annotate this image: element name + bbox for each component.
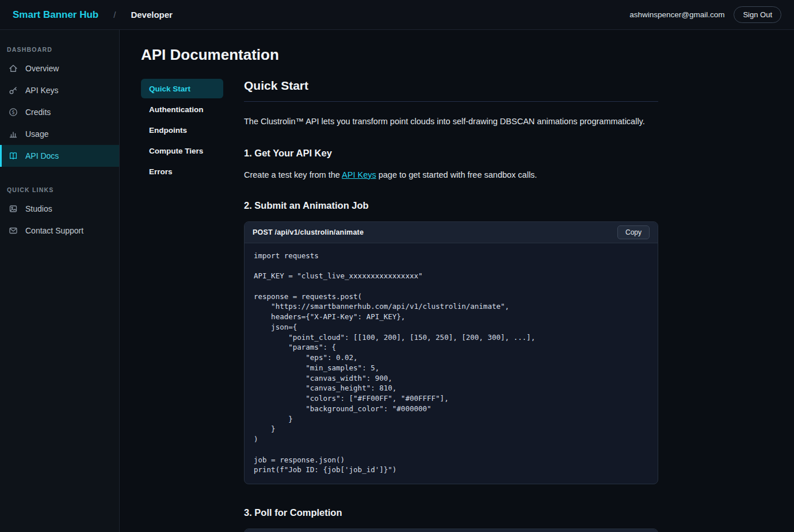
sidebar-item-label: Credits [25, 108, 51, 117]
sidebar-item-studios[interactable]: Studios [0, 198, 119, 220]
sidebar-item-usage[interactable]: Usage [0, 123, 119, 145]
docs-content: Quick Start The Clustrolin™ API lets you… [244, 79, 658, 532]
sidebar-item-contact-support[interactable]: Contact Support [0, 220, 119, 242]
sidebar-item-label: API Docs [25, 151, 59, 160]
user-email: ashwinspencer@gmail.com [629, 10, 724, 19]
dollar-icon: $ [9, 108, 18, 117]
step3-heading: 3. Poll for Completion [244, 507, 658, 518]
copy-button[interactable]: Copy [617, 225, 650, 239]
key-icon [9, 86, 18, 95]
docs-subnav: Quick Start Authentication Endpoints Com… [141, 79, 223, 182]
subnav-item-authentication[interactable]: Authentication [141, 99, 223, 119]
code-endpoint-label: POST /api/v1/clustrolin/animate [253, 228, 364, 236]
step1-paragraph: Create a test key from the API Keys page… [244, 169, 658, 182]
code-snippet: import requests API_KEY = "clust_live_xx… [245, 243, 658, 484]
main-content: API Documentation Quick Start Authentica… [120, 30, 794, 532]
sidebar-section-label-quick-links: QUICK LINKS [0, 181, 119, 198]
subnav-item-compute-tiers[interactable]: Compute Tiers [141, 141, 223, 160]
book-icon [9, 151, 18, 160]
top-header: Smart Banner Hub / Developer ashwinspenc… [0, 0, 794, 30]
header-section-title: Developer [131, 10, 173, 20]
sidebar-item-api-keys[interactable]: API Keys [0, 79, 119, 101]
svg-text:$: $ [12, 109, 14, 115]
sidebar-item-overview[interactable]: Overview [0, 58, 119, 79]
mail-icon [9, 226, 18, 235]
sidebar-item-label: Studios [25, 204, 52, 213]
brand-logo[interactable]: Smart Banner Hub [13, 9, 98, 21]
sidebar-item-label: API Keys [25, 86, 59, 95]
code-block-animate: POST /api/v1/clustrolin/animate Copy imp… [244, 221, 658, 485]
step1-text-after: page to get started with free sandbox ca… [376, 170, 537, 179]
section-heading: Quick Start [244, 79, 658, 102]
step1-text-before: Create a test key from the [244, 170, 342, 179]
sidebar-item-label: Contact Support [25, 226, 83, 235]
code-block-header: GET /api/v1/clustrolin/jobs/{job_id} [245, 529, 658, 532]
subnav-item-endpoints[interactable]: Endpoints [141, 120, 223, 140]
sidebar-section-label-dashboard: DASHBOARD [0, 40, 119, 58]
image-icon [9, 204, 18, 213]
sidebar: DASHBOARD Overview API Keys $ Credits Us… [0, 30, 120, 532]
sidebar-item-credits[interactable]: $ Credits [0, 101, 119, 123]
subnav-item-errors[interactable]: Errors [141, 162, 223, 181]
sign-out-button[interactable]: Sign Out [734, 6, 781, 23]
code-block-header: POST /api/v1/clustrolin/animate Copy [245, 222, 658, 243]
intro-paragraph: The Clustrolin™ API lets you transform p… [244, 116, 658, 128]
api-keys-link[interactable]: API Keys [342, 170, 376, 179]
bar-chart-icon [9, 129, 18, 139]
subnav-item-quick-start[interactable]: Quick Start [141, 79, 223, 98]
sidebar-item-api-docs[interactable]: API Docs [0, 145, 119, 167]
code-block-poll: GET /api/v1/clustrolin/jobs/{job_id} [244, 529, 658, 532]
sidebar-item-label: Overview [25, 64, 59, 73]
step2-heading: 2. Submit an Animation Job [244, 200, 658, 211]
home-icon [9, 64, 18, 73]
breadcrumb-separator: / [113, 10, 116, 20]
step1-heading: 1. Get Your API Key [244, 148, 658, 159]
sidebar-item-label: Usage [25, 129, 48, 139]
page-title: API Documentation [141, 46, 794, 64]
